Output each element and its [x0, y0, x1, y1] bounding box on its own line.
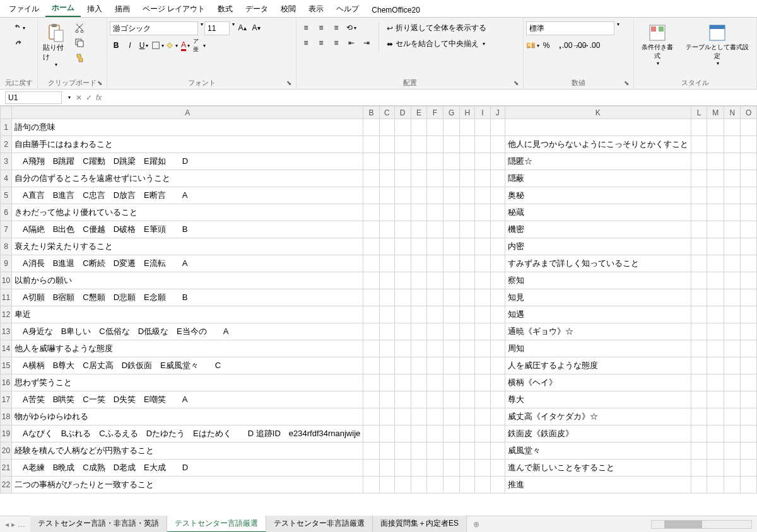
menu-ChemOffice20[interactable]: ChemOffice20 [365, 3, 426, 17]
cell-N6[interactable] [724, 204, 741, 221]
cell-E7[interactable] [411, 221, 427, 238]
cell-C7[interactable] [379, 221, 394, 238]
row-header-7[interactable]: 7 [1, 221, 12, 238]
cell-E16[interactable] [411, 374, 427, 391]
cell-O20[interactable] [741, 442, 757, 460]
cell-F19[interactable] [427, 425, 443, 442]
cell-K2[interactable]: 他人に見つからないようにこっそりとかくすこと [505, 136, 691, 153]
cell-E3[interactable] [411, 153, 427, 170]
cell-B13[interactable] [363, 323, 380, 340]
cell-L3[interactable] [691, 153, 707, 170]
cell-E18[interactable] [411, 408, 427, 425]
cell-M16[interactable] [707, 374, 724, 391]
cell-J8[interactable] [490, 238, 505, 255]
cell-A18[interactable]: 物がゆらゆらゆれる [12, 408, 363, 425]
spreadsheet-grid[interactable]: ABCDEFGHIJKLMNO1語句の意味2自由勝手にはねまわること他人に見つか… [0, 106, 757, 516]
wrap-text-button[interactable]: ↩ 折り返して全体を表示する [384, 21, 489, 35]
cell-M15[interactable] [707, 357, 724, 374]
cell-C21[interactable] [379, 460, 394, 477]
cell-H22[interactable] [460, 477, 475, 494]
cell-L15[interactable] [691, 357, 707, 374]
col-header-G[interactable]: G [443, 107, 460, 119]
cell-I10[interactable] [475, 272, 490, 289]
cell-M21[interactable] [707, 460, 724, 477]
cell-M17[interactable] [707, 391, 724, 408]
cell-N18[interactable] [724, 408, 741, 425]
cell-N21[interactable] [724, 460, 741, 477]
cell-B2[interactable] [363, 136, 380, 153]
cell-D15[interactable] [394, 357, 411, 374]
cell-J22[interactable] [490, 477, 505, 494]
cell-C3[interactable] [379, 153, 394, 170]
fx-button[interactable]: fx [96, 93, 102, 102]
align-bottom-button[interactable]: ≡ [329, 21, 343, 34]
cell-B15[interactable] [363, 357, 380, 374]
cell-D7[interactable] [394, 221, 411, 238]
cell-L10[interactable] [691, 272, 707, 289]
align-center-button[interactable]: ≡ [314, 37, 328, 49]
cell-H6[interactable] [460, 204, 475, 221]
cell-L19[interactable] [691, 425, 707, 442]
cell-L7[interactable] [691, 221, 707, 238]
cell-B16[interactable] [363, 374, 380, 391]
cell-L20[interactable] [691, 442, 707, 460]
cell-G13[interactable] [443, 323, 460, 340]
cell-L22[interactable] [691, 477, 707, 494]
cell-N8[interactable] [724, 238, 741, 255]
cell-E11[interactable] [411, 289, 427, 306]
cell-E5[interactable] [411, 187, 427, 204]
cell-G16[interactable] [443, 374, 460, 391]
cell-C16[interactable] [379, 374, 394, 391]
cell-N16[interactable] [724, 374, 741, 391]
cell-C14[interactable] [379, 340, 394, 357]
cell-B4[interactable] [363, 170, 380, 187]
row-header-16[interactable]: 16 [1, 374, 12, 391]
cell-M11[interactable] [707, 289, 724, 306]
cell-B12[interactable] [363, 306, 380, 323]
cell-B17[interactable] [363, 391, 380, 408]
col-header-M[interactable]: M [707, 107, 724, 119]
cell-A19[interactable]: Aなびく Bぶれる Cふるえる Dたゆたう Eはためく D 追跡ID e234r… [12, 425, 363, 442]
cell-G19[interactable] [443, 425, 460, 442]
cell-J13[interactable] [490, 323, 505, 340]
cell-A2[interactable]: 自由勝手にはねまわること [12, 136, 363, 153]
row-header-20[interactable]: 20 [1, 442, 12, 460]
alignment-dialog-launcher[interactable]: ⬊ [513, 79, 521, 87]
cell-B10[interactable] [363, 272, 380, 289]
cell-N14[interactable] [724, 340, 741, 357]
cell-N13[interactable] [724, 323, 741, 340]
col-header-E[interactable]: E [411, 107, 427, 119]
cell-I5[interactable] [475, 187, 490, 204]
align-right-button[interactable]: ≡ [329, 37, 343, 49]
row-header-14[interactable]: 14 [1, 340, 12, 357]
cell-O6[interactable] [741, 204, 757, 221]
cell-K10[interactable]: 察知 [505, 272, 691, 289]
cell-I12[interactable] [475, 306, 490, 323]
cell-E15[interactable] [411, 357, 427, 374]
cell-B20[interactable] [363, 442, 380, 460]
cell-I21[interactable] [475, 460, 490, 477]
cell-D11[interactable] [394, 289, 411, 306]
cell-F17[interactable] [427, 391, 443, 408]
currency-button[interactable]: 💴▾ [526, 39, 539, 52]
cell-J16[interactable] [490, 374, 505, 391]
cell-E17[interactable] [411, 391, 427, 408]
cell-E4[interactable] [411, 170, 427, 187]
italic-button[interactable]: I [124, 39, 136, 52]
cell-I6[interactable] [475, 204, 490, 221]
cell-M5[interactable] [707, 187, 724, 204]
menu-ホーム[interactable]: ホーム [45, 0, 81, 17]
decrease-indent-button[interactable]: ⇤ [344, 37, 358, 49]
number-dialog-launcher[interactable]: ⬊ [624, 79, 631, 87]
cell-A10[interactable]: 以前からの願い [12, 272, 363, 289]
cell-C22[interactable] [379, 477, 394, 494]
paste-button[interactable]: 貼り付け ▾ [40, 21, 71, 69]
cell-H19[interactable] [460, 425, 475, 442]
cell-D4[interactable] [394, 170, 411, 187]
cell-D8[interactable] [394, 238, 411, 255]
cell-F11[interactable] [427, 289, 443, 306]
cell-D20[interactable] [394, 442, 411, 460]
cell-B6[interactable] [363, 204, 380, 221]
cell-K8[interactable]: 内密 [505, 238, 691, 255]
cell-O3[interactable] [741, 153, 757, 170]
